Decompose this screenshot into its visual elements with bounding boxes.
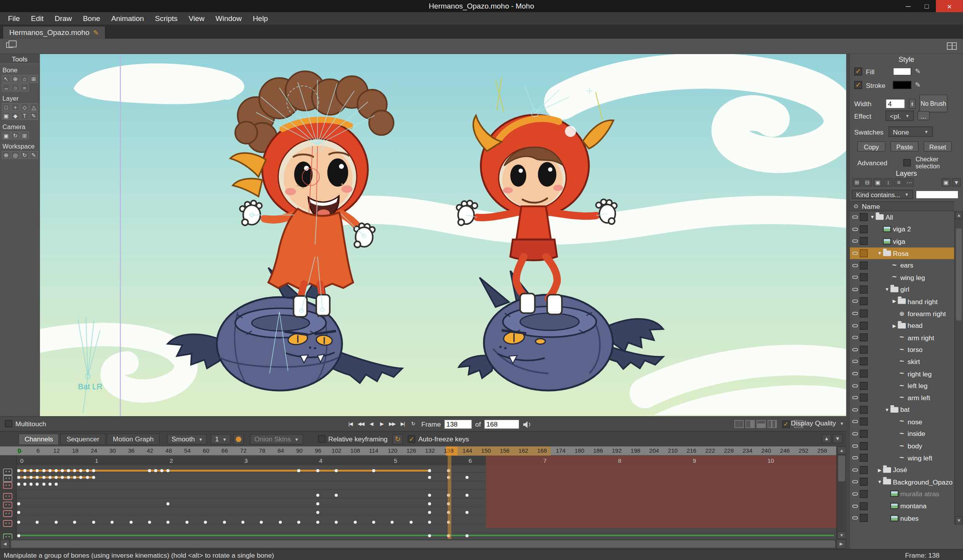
keyframe-dot[interactable] xyxy=(67,469,70,472)
layers-toolbar-icon[interactable]: ⊞ xyxy=(853,178,862,187)
scroll-left-icon[interactable]: ◀ xyxy=(0,539,10,549)
display-quality-label[interactable]: Display Quality xyxy=(791,419,836,427)
bone-label-bat-lr[interactable]: Bat LR xyxy=(78,382,103,391)
expand-arrow[interactable]: ▶ xyxy=(891,299,898,304)
fill-edit-pencil-icon[interactable]: ✎ xyxy=(915,68,921,76)
keyframe-dot[interactable] xyxy=(154,469,157,472)
layer-row-body[interactable]: ~body xyxy=(850,440,954,452)
keyframe-dot[interactable] xyxy=(54,469,58,472)
keyframe-dot[interactable] xyxy=(223,521,226,524)
key-options-button[interactable]: ↻ xyxy=(392,434,403,444)
keyframe-dot[interactable] xyxy=(48,476,51,479)
tool-icon[interactable]: ◎ xyxy=(11,151,19,159)
keyframe-dot[interactable] xyxy=(279,521,282,524)
reset-button[interactable]: Reset xyxy=(924,141,952,152)
layer-anim-toggle[interactable] xyxy=(850,456,860,459)
keyframe-dot[interactable] xyxy=(428,469,431,472)
timeline-tab-motion-graph[interactable]: Motion Graph xyxy=(107,433,160,445)
menu-bone[interactable]: Bone xyxy=(77,12,106,25)
layer-row-rosa[interactable]: ▼Rosa xyxy=(850,247,954,259)
keyframe-dot[interactable] xyxy=(316,502,319,506)
keyframe-dot[interactable] xyxy=(23,476,26,479)
keyframe-dot[interactable] xyxy=(354,521,357,524)
menu-view[interactable]: View xyxy=(183,12,210,25)
advanced-button[interactable]: Advanced xyxy=(857,159,887,166)
layers-scrollbar[interactable]: ▲ ▼ xyxy=(954,211,963,524)
keyframe-dot[interactable] xyxy=(428,511,431,514)
expand-arrow[interactable]: ▼ xyxy=(869,215,875,220)
keyframe-dot[interactable] xyxy=(30,483,33,486)
keyframe-dot[interactable] xyxy=(166,469,170,472)
speaker-icon[interactable] xyxy=(523,420,532,429)
keyframe-dot[interactable] xyxy=(61,469,64,472)
keyframe-dot[interactable] xyxy=(466,534,469,537)
keyframe-dot[interactable] xyxy=(298,521,301,524)
layers-scroll-thumb[interactable] xyxy=(956,228,961,320)
layer-row-nubes[interactable]: nubes xyxy=(850,512,954,524)
layers-toolbar-icon[interactable]: ↕ xyxy=(884,178,893,187)
layer-row-nose[interactable]: ~nose xyxy=(850,416,954,428)
channel-icon[interactable] xyxy=(3,469,12,475)
layer-swatch[interactable] xyxy=(860,285,868,294)
layer-swatch[interactable] xyxy=(860,249,868,257)
layer-swatch[interactable] xyxy=(860,514,868,522)
checker-selection-checkbox[interactable] xyxy=(903,159,910,166)
layer-row-left-leg[interactable]: ~left leg xyxy=(850,380,954,392)
width-input[interactable] xyxy=(886,98,905,108)
keyframe-dot[interactable] xyxy=(466,494,469,497)
keyframe-dot[interactable] xyxy=(54,483,58,486)
layer-anim-toggle[interactable] xyxy=(850,288,860,291)
layer-anim-toggle[interactable] xyxy=(850,480,860,483)
keyframe-dot[interactable] xyxy=(79,469,82,472)
keyframe-dot[interactable] xyxy=(428,534,431,537)
tool-icon[interactable]: + xyxy=(11,103,19,111)
quality-preset-wireframe[interactable] xyxy=(734,420,744,428)
layer-anim-toggle[interactable] xyxy=(850,252,860,255)
timeline-body[interactable]: 012345678910 xyxy=(0,456,836,539)
keyframe-dot[interactable] xyxy=(148,469,151,472)
menu-file[interactable]: File xyxy=(2,12,25,25)
kind-filter-dropdown[interactable]: Kind contains... ▼ xyxy=(852,190,913,199)
fill-checkbox[interactable]: ✓ xyxy=(854,68,862,76)
keyframe-dot[interactable] xyxy=(86,469,89,472)
layer-anim-toggle[interactable] xyxy=(850,432,860,436)
keyframe-dot[interactable] xyxy=(298,469,301,472)
layer-row-ears[interactable]: ~ears xyxy=(850,259,954,271)
layer-row-forearm-right[interactable]: ⊕forearm right xyxy=(850,308,954,320)
layer-row-bat[interactable]: ▼bat xyxy=(850,404,954,416)
keyframe-dot[interactable] xyxy=(335,521,338,524)
menu-help[interactable]: Help xyxy=(247,12,273,25)
layer-anim-toggle[interactable] xyxy=(850,372,860,375)
keyframe-dot[interactable] xyxy=(260,521,263,524)
layers-toolbar-icon[interactable]: ▣ xyxy=(873,178,882,187)
layer-swatch[interactable] xyxy=(860,442,868,450)
keyframe-dot[interactable] xyxy=(86,476,89,479)
keyframe-dot[interactable] xyxy=(42,469,45,472)
channel-icon[interactable] xyxy=(3,534,12,539)
keyframe-dot[interactable] xyxy=(160,469,163,472)
expand-arrow[interactable]: ▶ xyxy=(891,323,898,328)
layer-anim-toggle[interactable] xyxy=(850,312,860,315)
keyframe-dot[interactable] xyxy=(185,521,188,524)
tool-icon[interactable]: □ xyxy=(2,103,11,111)
layer-row-skirt[interactable]: ~skirt xyxy=(850,355,954,368)
layer-swatch[interactable] xyxy=(860,466,868,474)
layer-swatch[interactable] xyxy=(860,418,868,426)
layer-anim-toggle[interactable] xyxy=(850,276,860,279)
quality-preset-smooth[interactable] xyxy=(746,420,755,428)
hscroll-thumb[interactable] xyxy=(11,540,835,548)
keyframe-dot[interactable] xyxy=(410,521,413,524)
layer-anim-toggle[interactable] xyxy=(850,228,860,231)
canvas[interactable]: Bat LR xyxy=(40,54,846,416)
maximize-button[interactable]: □ xyxy=(917,0,936,12)
keyframe-dot[interactable] xyxy=(36,469,39,472)
keyframe-dot[interactable] xyxy=(316,511,319,514)
fill-color-swatch[interactable] xyxy=(893,68,911,76)
keyframe-dot[interactable] xyxy=(23,469,26,472)
layer-anim-toggle[interactable] xyxy=(850,396,860,399)
keyframe-dot[interactable] xyxy=(372,469,375,472)
tool-icon[interactable]: ◆ xyxy=(11,112,19,120)
workspace-grid-icon[interactable] xyxy=(947,42,957,50)
close-button[interactable]: × xyxy=(936,0,963,12)
timeline-zoom-out-icon[interactable]: ▼ xyxy=(833,434,842,443)
